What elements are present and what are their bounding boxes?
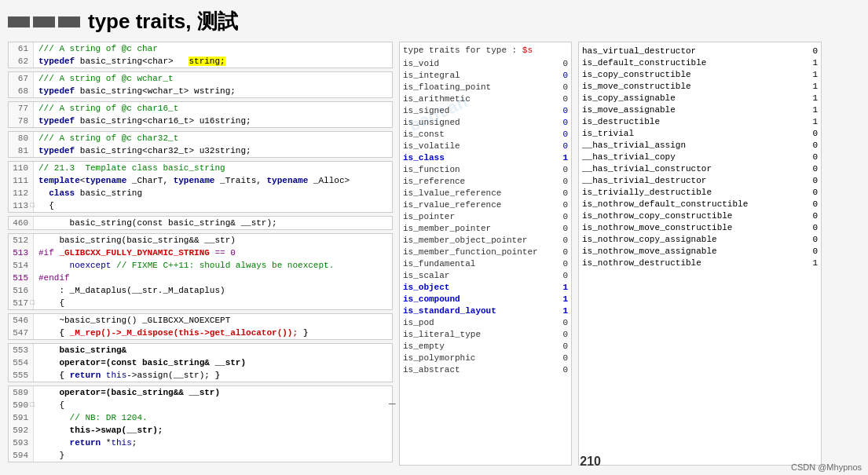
line-num: 594	[9, 449, 34, 462]
trait-row: is_volatile0	[403, 141, 568, 152]
line-num: 78	[9, 115, 34, 127]
code-content: { _M_rep()->_M_dispose(this->get_allocat…	[34, 327, 392, 339]
code-content: basic_string(basic_string&& __str)	[34, 234, 392, 247]
code-content: this->swap(__str);	[34, 424, 392, 437]
trait-row: is_fundamental0	[403, 258, 568, 270]
icon-bar-3	[58, 16, 80, 27]
trait-row: is_compound1	[403, 294, 568, 305]
traits-title: type traits for type : $s	[403, 46, 568, 55]
line-num: 591	[9, 411, 34, 424]
line-num: 590□	[9, 399, 34, 411]
title-area: type traits, 测試	[8, 8, 860, 35]
code-content: /// A string of @c wchar_t	[34, 72, 392, 85]
line-num: 592	[9, 424, 34, 437]
code-content: {	[34, 199, 392, 212]
line-num: 513	[9, 247, 34, 259]
line-num: 554	[9, 356, 34, 369]
code-row: 113□ {	[9, 199, 392, 212]
code-content: : _M_dataplus(__str._M_dataplus)	[34, 284, 392, 297]
line-num: 80	[9, 132, 34, 144]
code-row: 592 this->swap(__str);	[9, 424, 392, 437]
code-row: 591 // NB: DR 1204.	[9, 411, 392, 424]
trait-row: is_function0	[403, 164, 568, 176]
code-content: basic_string(const basic_string& __str);	[34, 217, 392, 229]
line-num: 111	[9, 174, 34, 187]
trait-row: is_floating_point0	[403, 82, 568, 93]
code-panel: 61 /// A string of @c char 62 typedef ba…	[8, 42, 393, 466]
line-num: 547	[9, 327, 34, 339]
code-row: 589 operator=(basic_string&& __str)	[9, 386, 392, 399]
line-num: 68	[9, 85, 34, 97]
right-trait-row: is_move_constructible1	[582, 81, 818, 93]
trait-row: is_const0	[403, 129, 568, 141]
traits-panel: type traits for type : $s bootan is_void…	[399, 42, 572, 466]
code-block-6: 460 basic_string(const basic_string& __s…	[8, 216, 393, 230]
code-row: 553 basic_string&	[9, 344, 392, 356]
code-row: 554 operator=(const basic_string& __str)	[9, 356, 392, 369]
trait-row: is_empty0	[403, 341, 568, 353]
code-row: 81 typedef basic_string<char32_t> u32str…	[9, 144, 392, 157]
trait-row: is_standard_layout1	[403, 305, 568, 317]
trait-row: is_abstract0	[403, 364, 568, 376]
code-content: noexcept // FIXME C++11: should always b…	[34, 259, 392, 272]
right-panel: has_virtual_destructor0 is_default_const…	[578, 42, 822, 466]
line-num: 589	[9, 386, 34, 399]
code-block-2: 67 /// A string of @c wchar_t 68 typedef…	[8, 71, 393, 98]
line-num: 112	[9, 187, 34, 199]
code-row: 111 template<typename _CharT, typename _…	[9, 174, 392, 187]
code-content: typedef basic_string<char> string;	[34, 55, 392, 68]
code-row: 547 { _M_rep()->_M_dispose(this->get_all…	[9, 327, 392, 339]
code-content: return *this;	[34, 437, 392, 449]
code-content: operator=(const basic_string& __str)	[34, 356, 392, 369]
title-icons	[8, 16, 80, 27]
icon-bar-2	[33, 16, 55, 27]
code-row: 460 basic_string(const basic_string& __s…	[9, 217, 392, 229]
right-trait-row: is_copy_assignable1	[582, 93, 818, 104]
code-content: #endif	[34, 272, 392, 284]
line-num: 517□	[9, 297, 34, 309]
right-trait-row: is_default_constructible1	[582, 57, 818, 69]
code-row: 67 /// A string of @c wchar_t	[9, 72, 392, 85]
page-number: 210	[580, 455, 601, 469]
trait-row: is_scalar0	[403, 270, 568, 282]
trait-row: is_void0	[403, 58, 568, 70]
right-trait-row: is_copy_constructible1	[582, 69, 818, 81]
code-row: 593 return *this;	[9, 437, 392, 449]
code-block-1: 61 /// A string of @c char 62 typedef ba…	[8, 42, 393, 68]
code-block-5: 110 // 21.3 Template class basic_string …	[8, 161, 393, 213]
code-block-4: 80 /// A string of @c char32_t 81 typede…	[8, 131, 393, 158]
code-block-9: 553 basic_string& 554 operator=(const ba…	[8, 343, 393, 382]
code-row: 62 typedef basic_string<char> string;	[9, 55, 392, 68]
main-container: type traits, 测試 61 /// A string of @c ch…	[0, 0, 868, 475]
right-trait-row: is_nothrow_copy_constructible0	[582, 210, 818, 222]
right-trait-row: __has_trivial_copy0	[582, 152, 818, 163]
line-num: 546	[9, 314, 34, 327]
trait-row: is_lvalue_reference0	[403, 188, 568, 199]
code-block-7: 512 basic_string(basic_string&& __str) 5…	[8, 233, 393, 310]
code-block-10: 589 operator=(basic_string&& __str) 590□…	[8, 385, 393, 462]
trait-row: is_member_object_pointer0	[403, 235, 568, 247]
line-num: 516	[9, 284, 34, 297]
right-trait-row: is_nothrow_move_assignable0	[582, 246, 818, 258]
line-num: 512	[9, 234, 34, 247]
trait-row: is_rvalue_reference0	[403, 199, 568, 211]
code-content: ~basic_string() _GLIBCXX_NOEXCEPT	[34, 314, 392, 327]
right-trait-row: has_virtual_destructor0	[582, 46, 818, 57]
code-row: 513 #if _GLIBCXX_FULLY_DYNAMIC_STRING ==…	[9, 247, 392, 259]
line-num: 553	[9, 344, 34, 356]
line-num: 515	[9, 272, 34, 284]
code-content: class basic_string	[34, 187, 392, 199]
code-row: 594 }	[9, 449, 392, 462]
trait-row: is_arithmetic0	[403, 93, 568, 105]
code-row: 77 /// A string of @c char16_t	[9, 102, 392, 115]
right-trait-row: is_nothrow_default_constructible0	[582, 199, 818, 210]
code-row: 516 : _M_dataplus(__str._M_dataplus)	[9, 284, 392, 297]
code-content: // 21.3 Template class basic_string	[34, 162, 392, 174]
code-content: template<typename _CharT, typename _Trai…	[34, 174, 392, 187]
line-num: 67	[9, 72, 34, 85]
trait-row: is_class1	[403, 152, 568, 164]
code-row: 546 ~basic_string() _GLIBCXX_NOEXCEPT	[9, 314, 392, 327]
code-content: basic_string&	[34, 344, 392, 356]
code-row: 80 /// A string of @c char32_t	[9, 132, 392, 144]
code-content: operator=(basic_string&& __str)	[34, 386, 392, 399]
